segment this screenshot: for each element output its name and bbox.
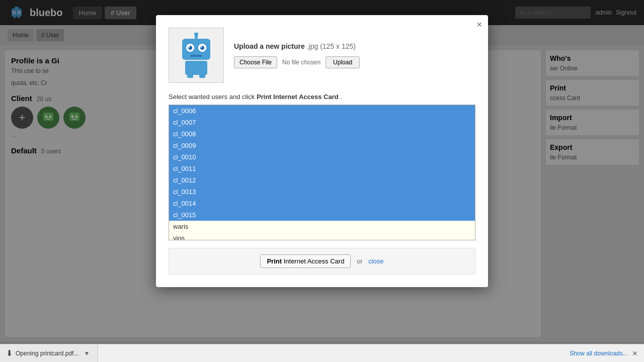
robot-avatar-icon	[176, 33, 216, 78]
svg-point-21	[189, 46, 190, 48]
download-filename: Opening printcard.pdf...	[16, 350, 78, 357]
upload-button[interactable]: Upload	[326, 56, 360, 68]
svg-rect-25	[187, 74, 193, 78]
download-bar: ⬇ Opening printcard.pdf... ▼ Show all do…	[0, 344, 644, 362]
svg-rect-26	[199, 74, 205, 78]
list-item[interactable]: cl_0006	[169, 105, 475, 117]
modal-footer: Print Internet Access Card or close	[169, 248, 475, 275]
select-instruction: Select wanted users and click Print Inte…	[169, 93, 475, 101]
list-item[interactable]: cl_0010	[169, 151, 475, 163]
footer-or-text: or	[357, 257, 363, 265]
footer-close-link[interactable]: close	[368, 257, 383, 265]
users-listbox[interactable]: cl_0006cl_0007cl_0008cl_0009cl_0010cl_00…	[169, 105, 475, 240]
upload-controls: Upload a new picture .jpg (125 x 125) Ch…	[234, 42, 360, 68]
file-input-row: Choose File No file chosen Upload	[234, 56, 360, 68]
list-item[interactable]: cl_0007	[169, 117, 475, 128]
download-right: Show all downloads... ✕	[570, 349, 644, 357]
print-card-button[interactable]: Print Internet Access Card	[260, 254, 351, 268]
no-file-text: No file chosen	[282, 59, 320, 66]
list-item[interactable]: cl_0009	[169, 140, 475, 151]
list-item[interactable]: cl_0015	[169, 209, 475, 221]
show-all-downloads-link[interactable]: Show all downloads...	[570, 350, 628, 357]
modal-dialog: ×	[156, 15, 488, 287]
list-item[interactable]: cl_0014	[169, 198, 475, 209]
svg-rect-24	[185, 61, 207, 75]
upload-section: Upload a new picture .jpg (125 x 125) Ch…	[169, 28, 475, 83]
svg-rect-23	[190, 55, 202, 57]
download-file-icon: ⬇	[6, 348, 13, 358]
avatar-preview	[169, 28, 224, 83]
upload-title: Upload a new picture .jpg (125 x 125)	[234, 42, 360, 50]
download-item: ⬇ Opening printcard.pdf... ▼	[0, 344, 98, 362]
list-item[interactable]: cl_0013	[169, 186, 475, 198]
modal-close-button[interactable]: ×	[476, 20, 482, 29]
close-download-bar-button[interactable]: ✕	[632, 349, 638, 357]
list-item[interactable]: cl_0008	[169, 128, 475, 140]
choose-file-button[interactable]: Choose File	[234, 56, 277, 68]
list-item[interactable]: vios	[169, 232, 475, 240]
list-item[interactable]: cl_0011	[169, 163, 475, 174]
select-instruction-link[interactable]: Print Internet Access Card	[257, 93, 340, 101]
list-item[interactable]: waris	[169, 221, 475, 232]
svg-point-22	[201, 46, 202, 48]
list-item[interactable]: cl_0012	[169, 174, 475, 186]
download-arrow-button[interactable]: ▼	[82, 350, 92, 357]
